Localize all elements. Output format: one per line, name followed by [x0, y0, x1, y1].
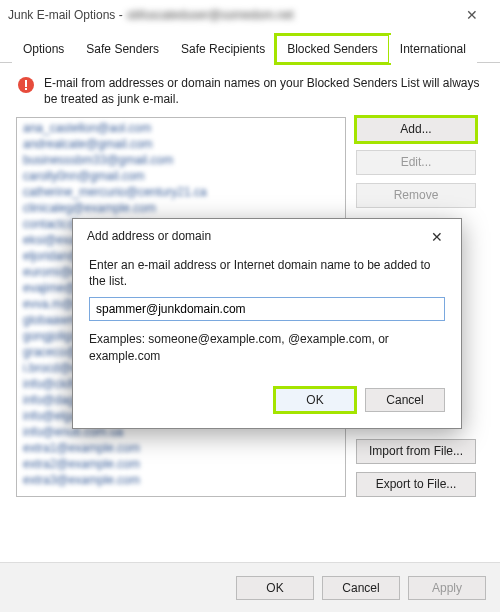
add-button[interactable]: Add... [356, 117, 476, 142]
svg-rect-1 [25, 80, 27, 87]
address-input[interactable] [89, 297, 445, 321]
footer-cancel-button[interactable]: Cancel [322, 576, 400, 600]
list-item[interactable]: andrealcate@gmail.com [21, 136, 341, 152]
remove-button: Remove [356, 183, 476, 208]
list-item[interactable]: catherine_mercurio@century21.ca [21, 184, 341, 200]
list-item[interactable]: carolly0nn@gmail.com [21, 168, 341, 184]
tab-blocked-senders[interactable]: Blocked Senders [276, 35, 389, 63]
export-button[interactable]: Export to File... [356, 472, 476, 497]
tab-international[interactable]: International [389, 35, 477, 63]
import-button[interactable]: Import from File... [356, 439, 476, 464]
close-icon[interactable]: ✕ [452, 7, 492, 23]
junk-mail-icon [16, 75, 36, 95]
modal-examples: Examples: someone@example.com, @example.… [89, 331, 445, 363]
modal-close-icon[interactable]: ✕ [427, 229, 447, 245]
list-item[interactable]: extra1@example.com [21, 440, 341, 456]
tab-strip: Options Safe Senders Safe Recipients Blo… [0, 34, 500, 63]
window-title-email: obfuscateduser@somedom.net [127, 8, 294, 22]
tab-safe-recipients[interactable]: Safe Recipients [170, 35, 276, 63]
tab-options[interactable]: Options [12, 35, 75, 63]
modal-cancel-button[interactable]: Cancel [365, 388, 445, 412]
modal-ok-button[interactable]: OK [275, 388, 355, 412]
list-item[interactable]: ana_castellon@aol.com [21, 120, 341, 136]
list-item[interactable]: businesssbm33@gmail.com [21, 152, 341, 168]
footer-ok-button[interactable]: OK [236, 576, 314, 600]
list-item[interactable]: extra3@example.com [21, 472, 341, 488]
add-address-dialog: Add address or domain ✕ Enter an e-mail … [72, 218, 462, 429]
modal-prompt: Enter an e-mail address or Internet doma… [89, 257, 445, 289]
svg-rect-2 [25, 88, 27, 90]
window-title-prefix: Junk E-mail Options - [8, 8, 123, 22]
blocked-description: E-mail from addresses or domain names on… [44, 75, 484, 107]
list-item[interactable]: clinicaleg@example.com [21, 200, 341, 216]
footer-apply-button: Apply [408, 576, 486, 600]
modal-title: Add address or domain [87, 229, 211, 245]
list-item[interactable]: extra2@example.com [21, 456, 341, 472]
edit-button: Edit... [356, 150, 476, 175]
title-bar: Junk E-mail Options - obfuscateduser@som… [0, 0, 500, 30]
dialog-footer: OK Cancel Apply [0, 562, 500, 612]
tab-safe-senders[interactable]: Safe Senders [75, 35, 170, 63]
